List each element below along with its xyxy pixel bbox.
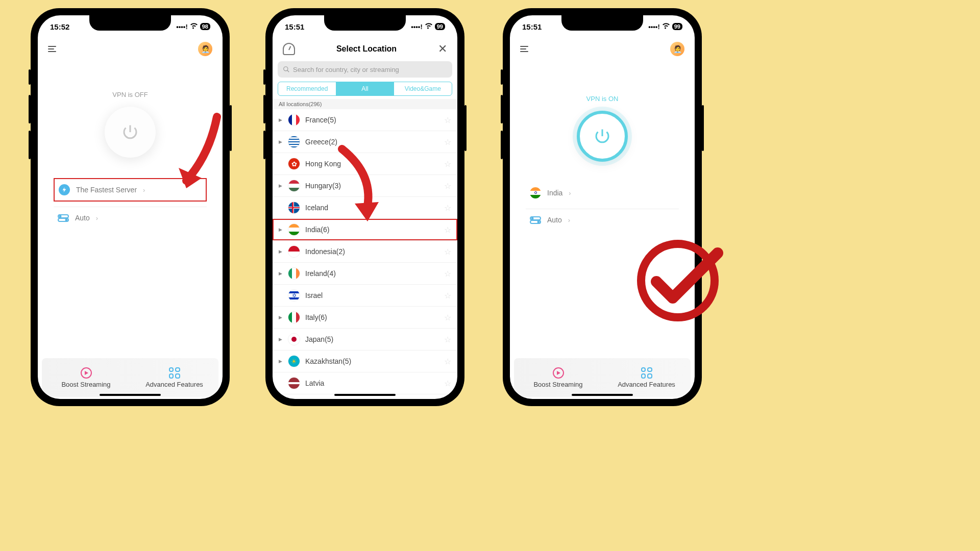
favorite-star-icon[interactable]: ☆ [444,269,451,279]
power-side-button [230,105,232,151]
bolt-icon [59,184,70,195]
menu-icon[interactable] [520,46,528,52]
boost-streaming-button[interactable]: Boost Streaming [514,358,602,397]
search-input[interactable]: Search for country, city or streaming [278,61,452,78]
signal-icon: ••••! [411,23,423,31]
power-button[interactable] [577,111,628,162]
vpn-status-label: VPN is ON [586,95,619,103]
location-name: India(6) [305,226,329,234]
phone-frame-2: 15:51 ••••! 99 Select Location ✕ Search … [265,8,464,406]
avatar[interactable]: 🧑‍💼 [670,42,684,56]
volume-down [29,131,31,159]
clock: 15:51 [522,22,542,31]
india-flag-icon [288,223,300,236]
section-header: All locations(296) [273,99,457,109]
location-row-france[interactable]: ▶France(5)☆ [273,109,457,131]
status-icons: ••••! 98 [176,23,210,31]
battery-badge: 98 [200,23,210,30]
chevron-right-icon: › [96,214,98,222]
favorite-star-icon[interactable]: ☆ [444,247,451,257]
bottom-bar: Boost Streaming Advanced Features [42,358,218,397]
favorite-star-icon[interactable]: ☆ [444,291,451,300]
screen-1: 15:52 ••••! 98 🧑‍💼 VPN is OFF The [38,15,223,399]
expand-caret-icon: ▶ [279,249,283,254]
notch [89,15,171,31]
expand-caret-icon: ▶ [279,183,283,188]
close-icon[interactable]: ✕ [438,42,447,56]
auto-toggle-icon [58,212,69,223]
location-row-indonesia[interactable]: ▶Indonesia(2)☆ [273,241,457,263]
location-row-japan[interactable]: ▶Japan(5)☆ [273,329,457,350]
server-label: The Fastest Server [76,186,137,194]
status-icons: ••••! 99 [648,23,682,31]
auto-row[interactable]: Auto › [526,209,679,231]
expand-caret-icon: ▶ [279,359,283,364]
grid-icon [169,367,180,379]
location-row-kazakhstan[interactable]: ▶☀Kazakhstan(5)☆ [273,350,457,372]
tab-recommended[interactable]: Recommended [278,82,336,95]
auto-row[interactable]: Auto › [54,207,207,229]
favorite-star-icon[interactable]: ☆ [444,115,451,125]
iceland-flag-icon [288,202,300,214]
favorite-star-icon[interactable]: ☆ [444,379,451,388]
expand-caret-icon: ▶ [279,315,283,320]
favorite-star-icon[interactable]: ☆ [444,313,451,322]
power-button[interactable] [105,107,156,158]
auto-label: Auto [75,214,90,222]
location-name: Indonesia(2) [305,247,345,256]
power-side-button [464,105,467,151]
location-row-latvia[interactable]: Latvia☆ [273,372,457,394]
favorite-star-icon[interactable]: ☆ [444,357,451,366]
location-row-italy[interactable]: ▶Italy(6)☆ [273,307,457,329]
phone-frame-1: 15:52 ••••! 98 🧑‍💼 VPN is OFF The [31,8,230,406]
speed-test-icon[interactable] [283,43,295,55]
location-name: Japan(5) [305,335,333,343]
volume-up [263,95,265,123]
annotation-arrow-2 [327,140,388,232]
signal-icon: ••••! [176,23,188,31]
avatar[interactable]: 🧑‍💼 [198,42,212,56]
expand-caret-icon: ▶ [279,139,283,144]
location-row-ireland[interactable]: ▶Ireland(4)☆ [273,263,457,285]
advanced-features-button[interactable]: Advanced Features [602,358,691,397]
location-row-israel[interactable]: ✡Israel☆ [273,285,457,307]
volume-up [29,95,31,123]
ireland-flag-icon [288,267,300,280]
volume-up [501,95,503,123]
advanced-features-button[interactable]: Advanced Features [130,358,218,397]
favorite-star-icon[interactable]: ☆ [444,181,451,191]
favorite-star-icon[interactable]: ☆ [444,159,451,169]
hungary-flag-icon [288,180,300,192]
boost-streaming-button[interactable]: Boost Streaming [42,358,130,397]
favorite-star-icon[interactable]: ☆ [444,225,451,235]
boost-label: Boost Streaming [61,381,110,388]
volume-down [501,131,503,159]
clock: 15:51 [285,22,304,31]
favorite-star-icon[interactable]: ☆ [444,335,451,344]
svg-point-3 [66,219,67,220]
auto-toggle-icon [530,214,541,226]
favorite-star-icon[interactable]: ☆ [444,137,451,147]
annotation-checkmark [632,235,724,327]
silent-switch [29,69,31,85]
wifi-icon [662,23,670,31]
grid-icon [641,367,652,379]
server-row[interactable]: India › [526,182,679,204]
menu-icon[interactable] [48,46,56,52]
server-label: India [547,189,562,197]
japan-flag-icon [288,333,300,345]
svg-point-4 [284,67,288,71]
location-name: France(5) [305,116,336,124]
hongkong-flag-icon: ✿ [288,158,300,170]
advanced-label: Advanced Features [145,381,203,388]
auto-label: Auto [547,216,562,224]
tab-all[interactable]: All [336,82,394,95]
signal-icon: ••••! [648,23,660,31]
svg-point-2 [60,215,61,217]
page-title: Select Location [336,44,397,54]
tab-video-game[interactable]: Video&Game [394,82,452,95]
favorite-star-icon[interactable]: ☆ [444,203,451,213]
notch [324,15,406,31]
location-name: Israel [305,291,323,299]
kazakhstan-flag-icon: ☀ [288,355,300,367]
